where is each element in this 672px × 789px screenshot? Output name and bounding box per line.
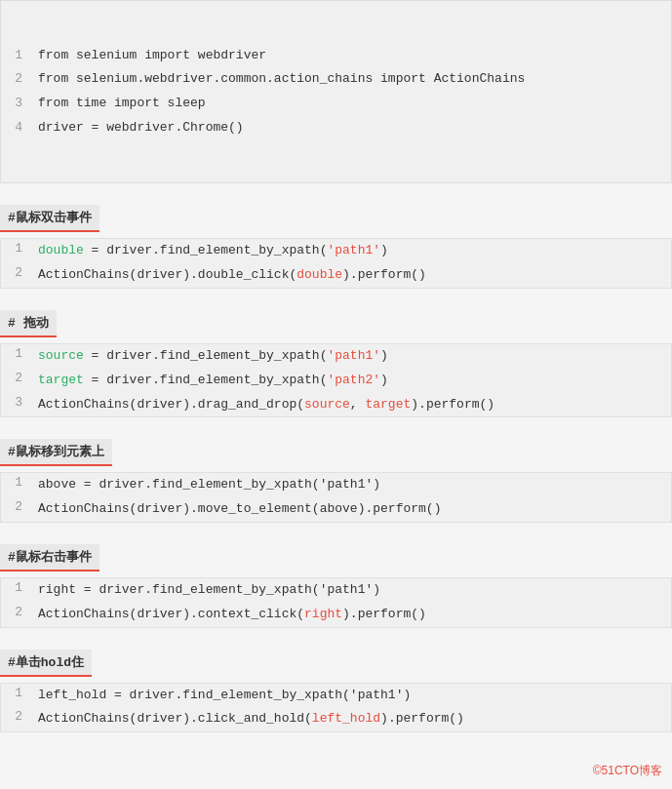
spacer [0,417,672,425]
spacer [0,523,672,531]
code-row: 1 above = driver.find_element_by_xpath('… [1,473,671,497]
bottom-spacer [0,732,672,762]
code-content: ActionChains(driver).click_and_hold(left… [30,707,671,731]
section-header-row: #单击hold住 [0,636,672,679]
path-string: 'path1' [327,348,380,363]
code-text: ) [380,373,388,387]
path-string: 'path1' [327,243,380,257]
line-number: 2 [1,603,30,621]
double-click-code: 1 double = driver.find_element_by_xpath(… [0,238,672,289]
drag-section: # 拖动 1 source = driver.find_element_by_x… [0,296,672,417]
drag-code: 1 source = driver.find_element_by_xpath(… [0,343,672,417]
code-content: driver = webdriver.Chrome() [30,116,663,140]
line-number: 2 [1,707,30,726]
var-ref-right: right [304,607,342,621]
double-click-section: #鼠标双击事件 1 double = driver.find_element_b… [0,191,672,289]
code-row: 2 from selenium.webdriver.common.action_… [1,67,663,92]
code-content: ActionChains(driver).context_click(right… [30,603,671,627]
code-row: 3 from time import sleep [1,92,663,116]
code-text: = driver.find_element_by_xpath( [84,243,328,257]
move-to-section: #鼠标移到元素上 1 above = driver.find_element_b… [0,425,672,523]
code-content: ActionChains(driver).drag_and_drop(sourc… [30,393,671,417]
code-row: 2 ActionChains(driver).click_and_hold(le… [1,707,671,731]
section-header-row: #鼠标双击事件 [0,191,672,234]
var-target: target [38,373,84,387]
code-text: , [350,397,366,412]
code-row: 1 left_hold = driver.find_element_by_xpa… [1,684,671,708]
var-ref-target: target [365,397,411,412]
section-header-row: #鼠标移到元素上 [0,425,672,468]
path-string: 'path2' [327,373,380,387]
code-row: 4 driver = webdriver.Chrome() [1,116,663,140]
code-text: = driver.find_element_by_xpath( [84,373,328,387]
code-content: from selenium.webdriver.common.action_ch… [30,67,663,92]
var-ref-source: source [304,397,350,412]
code-content: from time import sleep [30,92,663,116]
imports-block: 1 from selenium import webdriver 2 from … [0,0,672,183]
code-content: above = driver.find_element_by_xpath('pa… [30,473,671,497]
hold-code: 1 left_hold = driver.find_element_by_xpa… [0,683,672,733]
var-ref: double [296,267,342,282]
code-content: from selenium import webdriver [30,44,663,68]
code-text: = driver.find_element_by_xpath( [84,348,328,363]
code-content: left_hold = driver.find_element_by_xpath… [30,684,671,708]
code-row: 2 ActionChains(driver).double_click(doub… [1,263,671,288]
line-number: 1 [1,44,30,68]
spacer [0,628,672,636]
code-text: ).perform() [342,607,426,621]
code-row: 2 ActionChains(driver).context_click(rig… [1,603,671,627]
line-number: 3 [1,92,30,116]
code-content: target = driver.find_element_by_xpath('p… [30,369,671,393]
var-ref-left-hold: left_hold [312,711,380,726]
section-header-right-click: #鼠标右击事件 [0,544,99,572]
code-row: 1 source = driver.find_element_by_xpath(… [1,344,671,369]
line-number: 4 [1,116,30,140]
code-row: 3 ActionChains(driver).drag_and_drop(sou… [1,393,671,417]
code-text: ActionChains(driver).click_and_hold( [38,711,312,726]
code-row: 1 right = driver.find_element_by_xpath('… [1,578,671,603]
code-text: ActionChains(driver).double_click( [38,267,296,282]
code-text: ) [380,348,388,363]
section-header-row: # 拖动 [0,296,672,339]
code-row: 1 from selenium import webdriver [1,44,663,68]
var-double: double [38,243,84,257]
code-text: ) [380,243,388,257]
line-number: 1 [1,473,30,492]
line-number: 1 [1,578,30,597]
code-text: ).perform() [411,397,494,412]
section-header-move-to: #鼠标移到元素上 [0,439,112,466]
line-number: 1 [1,684,30,702]
line-number: 2 [1,67,30,92]
right-click-section: #鼠标右击事件 1 right = driver.find_element_by… [0,531,672,628]
hold-section: #单击hold住 1 left_hold = driver.find_eleme… [0,636,672,733]
code-text: ).perform() [380,711,464,726]
code-text: ActionChains(driver).context_click( [38,607,304,621]
section-header-drag: # 拖动 [0,310,57,337]
page: 1 from selenium import webdriver 2 from … [0,0,672,789]
code-text: ).perform() [342,267,426,282]
section-header-row: #鼠标右击事件 [0,531,672,573]
move-to-code: 1 above = driver.find_element_by_xpath('… [0,472,672,523]
code-content: right = driver.find_element_by_xpath('pa… [30,578,671,603]
code-text: ActionChains(driver).drag_and_drop( [38,397,304,412]
spacer [0,183,672,191]
code-row: 2 ActionChains(driver).move_to_element(a… [1,497,671,522]
var-source: source [38,348,84,363]
code-content: ActionChains(driver).double_click(double… [30,263,671,288]
right-click-code: 1 right = driver.find_element_by_xpath('… [0,577,672,628]
code-row: 1 double = driver.find_element_by_xpath(… [1,239,671,263]
line-number: 2 [1,369,30,387]
spacer [0,289,672,296]
watermark: ©51CTO博客 [593,763,662,779]
code-content: ActionChains(driver).move_to_element(abo… [30,497,671,522]
line-number: 1 [1,239,30,257]
code-row: 2 target = driver.find_element_by_xpath(… [1,369,671,393]
code-content: double = driver.find_element_by_xpath('p… [30,239,671,263]
section-header-double-click: #鼠标双击事件 [0,205,99,232]
section-header-hold: #单击hold住 [0,650,92,677]
line-number: 2 [1,263,30,282]
line-number: 3 [1,393,30,412]
code-content: source = driver.find_element_by_xpath('p… [30,344,671,369]
line-number: 2 [1,497,30,516]
line-number: 1 [1,344,30,363]
